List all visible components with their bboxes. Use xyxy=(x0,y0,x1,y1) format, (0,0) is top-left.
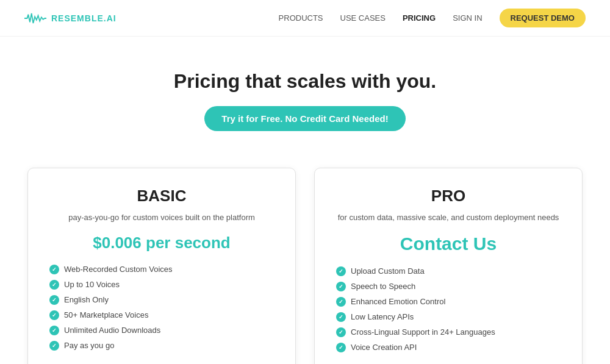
basic-features-list: ✓Web-Recorded Custom Voices✓Up to 10 Voi… xyxy=(49,265,274,351)
pro-plan-title: PRO xyxy=(336,187,561,205)
list-item: ✓50+ Marketplace Voices xyxy=(49,310,274,320)
basic-plan-subtitle: pay-as-you-go for custom voices built on… xyxy=(49,212,274,224)
pro-plan-contact: Contact Us xyxy=(336,234,561,254)
list-item: ✓Voice Creation API xyxy=(336,343,561,352)
request-demo-button[interactable]: REQUEST DEMO xyxy=(500,9,586,27)
check-icon: ✓ xyxy=(49,295,59,305)
basic-plan-title: BASIC xyxy=(49,187,274,205)
list-item: ✓Unlimited Audio Downloads xyxy=(49,326,274,335)
check-icon: ✓ xyxy=(336,266,346,276)
check-icon: ✓ xyxy=(336,282,346,291)
hero-title: Pricing that scales with you. xyxy=(12,70,598,93)
check-icon: ✓ xyxy=(336,312,346,322)
basic-plan-card: BASIC pay-as-you-go for custom voices bu… xyxy=(27,168,296,364)
list-item: ✓Pay as you go xyxy=(49,341,274,351)
logo-icon xyxy=(24,12,46,25)
check-icon: ✓ xyxy=(49,326,59,335)
list-item: ✓Low Latency APIs xyxy=(336,312,561,322)
list-item: ✓Up to 10 Voices xyxy=(49,280,274,290)
pro-features-list: ✓Upload Custom Data✓Speech to Speech✓Enh… xyxy=(336,266,561,352)
pro-plan-subtitle: for custom data, massive scale, and cust… xyxy=(336,212,561,224)
check-icon: ✓ xyxy=(49,265,59,274)
free-trial-button[interactable]: Try it for Free. No Credit Card Needed! xyxy=(204,106,405,131)
check-icon: ✓ xyxy=(336,327,346,337)
check-icon: ✓ xyxy=(336,297,346,307)
check-icon: ✓ xyxy=(336,343,346,352)
list-item: ✓Speech to Speech xyxy=(336,282,561,291)
header: RESEMBLE.AI PRODUCTS USE CASES PRICING S… xyxy=(0,0,610,37)
logo-text: RESEMBLE.AI xyxy=(51,13,117,23)
list-item: ✓English Only xyxy=(49,295,274,305)
list-item: ✓Cross-Lingual Support in 24+ Languages xyxy=(336,327,561,337)
nav-pricing[interactable]: PRICING xyxy=(403,13,436,23)
list-item: ✓Upload Custom Data xyxy=(336,266,561,276)
check-icon: ✓ xyxy=(49,341,59,351)
pro-plan-card: PRO for custom data, massive scale, and … xyxy=(314,168,583,364)
check-icon: ✓ xyxy=(49,280,59,290)
nav-use-cases[interactable]: USE CASES xyxy=(340,13,386,23)
main-nav: PRODUCTS USE CASES PRICING SIGN IN REQUE… xyxy=(279,9,586,27)
logo: RESEMBLE.AI xyxy=(24,12,117,25)
nav-sign-in[interactable]: SIGN IN xyxy=(453,13,482,23)
nav-products[interactable]: PRODUCTS xyxy=(279,13,323,23)
hero-section: Pricing that scales with you. Try it for… xyxy=(0,37,610,155)
list-item: ✓Web-Recorded Custom Voices xyxy=(49,265,274,274)
basic-plan-price: $0.006 per second xyxy=(49,234,274,252)
list-item: ✓Enhanced Emotion Control xyxy=(336,297,561,307)
pricing-section: BASIC pay-as-you-go for custom voices bu… xyxy=(0,155,610,364)
check-icon: ✓ xyxy=(49,310,59,320)
